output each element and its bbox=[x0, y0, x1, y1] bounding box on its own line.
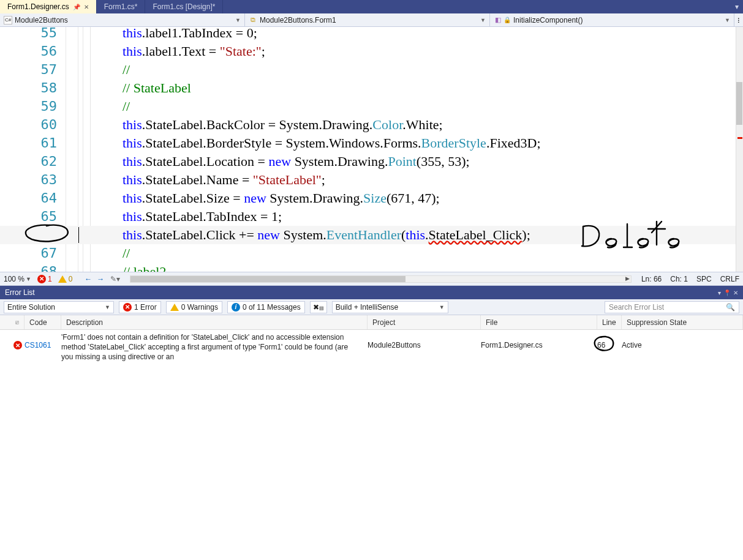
line-number[interactable]: 64 bbox=[41, 189, 58, 207]
clear-filter-button[interactable]: ✖▤ bbox=[310, 301, 327, 313]
errors-filter-button[interactable]: ✕ 1 Error bbox=[119, 301, 161, 313]
nav-project-label: Module2Buttons bbox=[15, 16, 68, 24]
tab-form1-designer[interactable]: Form1.Designer.cs 📌 ✕ bbox=[0, 0, 97, 13]
nav-history: ← → bbox=[85, 275, 104, 283]
grid-header[interactable]: ⎚ Code Description Project File Line Sup… bbox=[0, 315, 743, 330]
col-description[interactable]: Description bbox=[61, 315, 368, 329]
chevron-down-icon: ▼ bbox=[480, 17, 486, 23]
nav-fwd-icon[interactable]: → bbox=[97, 275, 104, 283]
document-tab-strip: Form1.Designer.cs 📌 ✕ Form1.cs* Form1.cs… bbox=[0, 0, 743, 13]
warnings-filter-button[interactable]: 0 Warnings bbox=[166, 301, 222, 313]
col-suppression[interactable]: Suppression State bbox=[622, 315, 743, 329]
code-editor[interactable]: 5556575859606162636465666768697071727374… bbox=[0, 27, 743, 272]
line-number[interactable]: 55 bbox=[41, 27, 58, 42]
code-line[interactable]: this.StateLabel.BorderStyle = System.Win… bbox=[123, 134, 541, 152]
hscroll-thumb[interactable] bbox=[130, 276, 405, 282]
lock-icon: 🔒 bbox=[504, 17, 511, 23]
code-line[interactable]: this.label1.Text = "State:"; bbox=[123, 42, 265, 61]
warning-count[interactable]: 0 bbox=[58, 275, 73, 283]
nav-back-icon[interactable]: ← bbox=[85, 275, 92, 283]
error-project: Module2Buttons bbox=[368, 332, 481, 349]
line-number[interactable]: 68 bbox=[41, 263, 58, 272]
scroll-thumb[interactable] bbox=[736, 82, 742, 125]
col-file[interactable]: File bbox=[481, 315, 597, 329]
method-icon: ◧ bbox=[494, 16, 502, 24]
search-icon: 🔍 bbox=[726, 303, 735, 312]
panel-close-icon[interactable]: ✕ bbox=[733, 289, 738, 296]
code-line[interactable]: this.StateLabel.Size = new System.Drawin… bbox=[123, 189, 440, 207]
col-line[interactable]: Line bbox=[597, 315, 622, 329]
error-suppression: Active bbox=[622, 332, 743, 349]
tab-overflow-menu[interactable]: ▾ bbox=[731, 0, 743, 13]
nav-split-button[interactable]: ⫶ bbox=[734, 13, 743, 26]
indent-mode[interactable]: SPC bbox=[696, 275, 712, 283]
editor-status-bar: 100 % ▼ ✕ 1 0 ← → ✎▾ ◀ ▶ Ln: 66 Ch: 1 SP… bbox=[0, 272, 743, 286]
col-project[interactable]: Project bbox=[368, 315, 481, 329]
error-description: 'Form1' does not contain a definition fo… bbox=[61, 332, 368, 362]
tab-form1-cs[interactable]: Form1.cs* bbox=[97, 0, 146, 13]
line-ending[interactable]: CRLF bbox=[720, 275, 739, 283]
grouping-icon[interactable]: ⎚ bbox=[15, 319, 19, 326]
error-count[interactable]: ✕ 1 bbox=[37, 275, 52, 283]
quick-actions-icon[interactable]: ✎▾ bbox=[110, 275, 120, 283]
zoom-combo[interactable]: 100 % ▼ bbox=[4, 275, 31, 283]
line-number[interactable]: 60 bbox=[41, 116, 58, 134]
code-line[interactable]: this.StateLabel.Click += new System.Even… bbox=[123, 226, 530, 244]
line-number[interactable]: 57 bbox=[41, 61, 58, 79]
horizontal-scrollbar[interactable]: ◀ ▶ bbox=[130, 275, 632, 283]
close-icon[interactable]: ✕ bbox=[84, 4, 89, 10]
scope-dropdown[interactable]: Entire Solution▼ bbox=[4, 301, 114, 313]
error-list-title-bar[interactable]: Error List ▾ 📍 ✕ bbox=[0, 286, 743, 299]
error-list-toolbar: Entire Solution▼ ✕ 1 Error 0 Warnings i … bbox=[0, 299, 743, 315]
error-list-grid[interactable]: ⎚ Code Description Project File Line Sup… bbox=[0, 315, 743, 560]
line-number[interactable]: 67 bbox=[41, 244, 58, 263]
chevron-down-icon: ▼ bbox=[725, 17, 730, 23]
code-line[interactable]: // label2 bbox=[123, 263, 166, 272]
code-line[interactable]: this.StateLabel.BackColor = System.Drawi… bbox=[123, 116, 443, 134]
build-intellisense-dropdown[interactable]: Build + IntelliSense▼ bbox=[332, 301, 448, 313]
line-number[interactable]: 56 bbox=[41, 42, 58, 61]
error-marker[interactable] bbox=[737, 137, 742, 139]
nav-class-dropdown[interactable]: ⧉ Module2Buttons.Form1 ▼ bbox=[245, 13, 490, 26]
code-line[interactable]: this.label1.TabIndex = 0; bbox=[123, 27, 257, 42]
caret-char: Ch: 1 bbox=[670, 275, 688, 283]
panel-pin-icon[interactable]: 📍 bbox=[723, 289, 731, 296]
tab-form1-design[interactable]: Form1.cs [Design]* bbox=[145, 0, 223, 13]
col-code[interactable]: Code bbox=[25, 315, 61, 329]
caret-line: Ln: 66 bbox=[641, 275, 662, 283]
line-number[interactable]: 62 bbox=[41, 152, 58, 171]
pin-icon[interactable]: 📌 bbox=[73, 4, 80, 10]
code-line[interactable]: // bbox=[123, 97, 134, 116]
tab-label: Form1.cs [Design]* bbox=[153, 2, 215, 11]
line-number[interactable]: 61 bbox=[41, 134, 58, 152]
nav-member-dropdown[interactable]: ◧ 🔒 InitializeComponent() ▼ bbox=[490, 13, 734, 26]
code-line[interactable]: this.StateLabel.TabIndex = 1; bbox=[123, 207, 282, 226]
search-error-list[interactable]: Search Error List 🔍 bbox=[605, 301, 739, 313]
line-number[interactable]: 65 bbox=[41, 207, 58, 226]
error-icon: ✕ bbox=[13, 341, 22, 349]
messages-filter-button[interactable]: i 0 of 11 Messages bbox=[227, 301, 305, 313]
line-number[interactable]: 59 bbox=[41, 97, 58, 116]
csharp-icon: C# bbox=[4, 16, 12, 24]
vertical-scrollbar[interactable] bbox=[736, 27, 743, 272]
line-number[interactable]: 58 bbox=[41, 79, 58, 97]
code-line[interactable]: // bbox=[123, 61, 134, 79]
error-code[interactable]: CS1061 bbox=[25, 332, 61, 349]
error-row[interactable]: ✕ CS1061 'Form1' does not contain a defi… bbox=[0, 330, 743, 364]
panel-menu-icon[interactable]: ▾ bbox=[718, 289, 721, 296]
code-line[interactable]: this.StateLabel.Name = "StateLabel"; bbox=[123, 171, 325, 189]
tab-label: Form1.cs* bbox=[104, 2, 138, 11]
search-placeholder: Search Error List bbox=[609, 303, 664, 312]
filter-icon: ✖▤ bbox=[313, 303, 324, 312]
info-icon: i bbox=[232, 303, 240, 312]
error-file: Form1.Designer.cs bbox=[481, 332, 597, 349]
panel-title-text: Error List bbox=[5, 288, 35, 297]
code-line[interactable]: // StateLabel bbox=[123, 79, 191, 97]
error-icon: ✕ bbox=[37, 275, 46, 283]
code-line[interactable]: this.StateLabel.Location = new System.Dr… bbox=[123, 152, 470, 171]
line-number[interactable]: 63 bbox=[41, 171, 58, 189]
nav-project-dropdown[interactable]: C# Module2Buttons ▼ bbox=[0, 13, 245, 26]
nav-member-label: InitializeComponent() bbox=[513, 16, 583, 24]
code-line[interactable]: // bbox=[123, 244, 134, 263]
code-text-area[interactable]: this.label1.TabIndex = 0;this.label1.Tex… bbox=[98, 27, 736, 272]
